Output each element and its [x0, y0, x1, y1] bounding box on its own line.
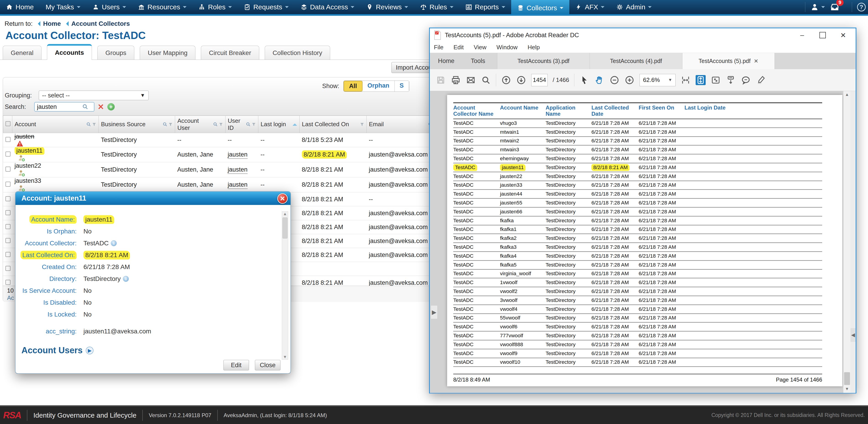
tab-user-mapping[interactable]: User Mapping: [140, 46, 195, 60]
page-number-input[interactable]: [531, 74, 548, 86]
previous-page-icon[interactable]: [501, 75, 511, 85]
column-header-user-id[interactable]: User ID: [225, 116, 258, 133]
scrollbar-thumb[interactable]: [282, 218, 287, 238]
column-header-account[interactable]: Account: [12, 116, 99, 133]
zoom-out-icon[interactable]: [610, 75, 619, 85]
nav-item-reviews[interactable]: Reviews: [360, 0, 414, 14]
user-id[interactable]: --: [228, 137, 232, 143]
search-icon[interactable]: [82, 104, 89, 110]
edit-button[interactable]: Edit: [223, 360, 249, 370]
info-icon[interactable]: i: [111, 240, 117, 246]
maximize-icon[interactable]: [812, 28, 833, 42]
tab-document-3[interactable]: TestAccounts (3).pdf: [497, 53, 590, 69]
row-checkbox[interactable]: [5, 151, 10, 157]
info-icon[interactable]: i: [123, 276, 129, 282]
row-checkbox[interactable]: [5, 280, 10, 285]
row-checkbox[interactable]: [5, 137, 10, 142]
user-id[interactable]: jausten: [228, 151, 248, 159]
tab-document-4[interactable]: TestAccounts (4).pdf: [590, 53, 682, 69]
nav-item-data-access[interactable]: Data Access: [294, 0, 361, 14]
column-header-business-source[interactable]: Business Source: [99, 116, 175, 133]
highlighter-icon[interactable]: [756, 75, 766, 85]
add-search-icon[interactable]: +: [107, 103, 115, 110]
column-header-last-login[interactable]: Last login: [258, 116, 300, 133]
column-header-last-collected-on[interactable]: Last Collected On: [300, 116, 367, 133]
page-view-icon[interactable]: [695, 75, 706, 85]
close-button[interactable]: Close: [255, 360, 280, 370]
search-icon[interactable]: [213, 122, 218, 127]
user-menu[interactable]: [810, 3, 825, 11]
select-tool-icon[interactable]: [579, 75, 589, 85]
acrobat-scrollbar[interactable]: ▲ ▼: [843, 91, 850, 393]
acrobat-titlebar[interactable]: TestAccounts (5).pdf - Adobe Acrobat Rea…: [430, 28, 856, 42]
account-name-link[interactable]: jausten11: [14, 147, 44, 155]
menu-help[interactable]: Help: [528, 44, 540, 51]
nav-item-afx[interactable]: AFX: [569, 0, 610, 14]
close-tab-icon[interactable]: ✕: [754, 58, 758, 64]
dialog-scrollbar[interactable]: ▲ ▼: [282, 211, 288, 360]
clear-search-icon[interactable]: ✕: [98, 103, 104, 111]
zoom-level-select[interactable]: 62.6% ▼: [640, 74, 676, 86]
next-page-icon[interactable]: [516, 75, 526, 85]
tab-circuit-breaker[interactable]: Circuit Breaker: [201, 46, 259, 60]
select-all-checkbox[interactable]: [5, 121, 10, 126]
filter-icon[interactable]: [219, 122, 223, 126]
filter-icon[interactable]: [168, 122, 173, 126]
nav-item-admin[interactable]: Admin: [610, 0, 657, 14]
right-panel-toggle-icon[interactable]: ◀: [850, 328, 856, 342]
account-name-link[interactable]: jausten: [14, 133, 34, 140]
dialog-titlebar[interactable]: Account: jausten11 ✕: [16, 192, 290, 205]
row-checkbox[interactable]: [5, 210, 10, 215]
fit-width-icon[interactable]: [681, 75, 691, 85]
close-icon[interactable]: ✕: [277, 193, 288, 204]
show-orphan-button[interactable]: Orphan: [363, 81, 395, 91]
nav-item-requests[interactable]: Requests: [238, 0, 294, 14]
scrolling-mode-icon[interactable]: [726, 75, 736, 85]
column-header-account-user[interactable]: Account User: [175, 116, 225, 133]
tab-groups[interactable]: Groups: [97, 46, 134, 60]
scroll-down-icon[interactable]: ▼: [843, 386, 851, 392]
search-input[interactable]: [36, 103, 82, 111]
menu-file[interactable]: File: [434, 44, 443, 51]
nav-item-rules[interactable]: Rules: [414, 0, 459, 14]
filter-icon[interactable]: [92, 122, 96, 126]
scroll-up-icon[interactable]: ▲: [843, 91, 851, 98]
close-window-icon[interactable]: ✕: [833, 28, 854, 42]
user-id[interactable]: jausten: [228, 181, 248, 189]
hand-tool-icon[interactable]: [594, 75, 604, 85]
save-icon[interactable]: [436, 75, 446, 85]
filter-icon[interactable]: [360, 122, 364, 126]
tab-acrobat-home[interactable]: Home: [430, 53, 463, 69]
search-icon[interactable]: [162, 122, 167, 127]
expand-section-icon[interactable]: ▶: [86, 347, 93, 355]
menu-view[interactable]: View: [474, 44, 487, 51]
nav-item-resources[interactable]: Resources: [132, 0, 192, 14]
row-checkbox[interactable]: [5, 238, 10, 243]
nav-item-my-tasks[interactable]: My Tasks: [40, 0, 86, 14]
comment-icon[interactable]: [741, 75, 751, 85]
row-checkbox[interactable]: [5, 182, 10, 187]
account-name-link[interactable]: jausten22: [14, 162, 41, 169]
nav-item-collectors[interactable]: Collectors: [511, 0, 569, 16]
row-checkbox[interactable]: [5, 224, 10, 229]
scroll-up-icon[interactable]: ▲: [283, 211, 287, 216]
grouping-select[interactable]: -- select -- ▼: [39, 91, 149, 100]
scrollbar-thumb[interactable]: [844, 372, 850, 385]
tab-collection-history[interactable]: Collection History: [265, 46, 330, 60]
breadcrumb-home-link[interactable]: Home: [43, 20, 61, 27]
menu-window[interactable]: Window: [497, 44, 518, 51]
nav-item-users[interactable]: Users: [86, 0, 132, 14]
filter-icon[interactable]: [252, 122, 256, 126]
print-icon[interactable]: [451, 75, 461, 85]
row-checkbox[interactable]: [5, 167, 10, 172]
email-icon[interactable]: [466, 75, 476, 85]
search-icon[interactable]: [481, 75, 491, 85]
row-checkbox[interactable]: [5, 196, 10, 201]
row-checkbox[interactable]: [5, 266, 10, 271]
search-icon[interactable]: [246, 122, 251, 127]
nav-item-reports[interactable]: Reports: [459, 0, 511, 14]
fit-page-icon[interactable]: [711, 75, 721, 85]
account-name-link[interactable]: jausten33: [14, 177, 41, 184]
breadcrumb-collectors-link[interactable]: Account Collectors: [71, 20, 130, 27]
notifications-button[interactable]: 9: [830, 2, 847, 12]
